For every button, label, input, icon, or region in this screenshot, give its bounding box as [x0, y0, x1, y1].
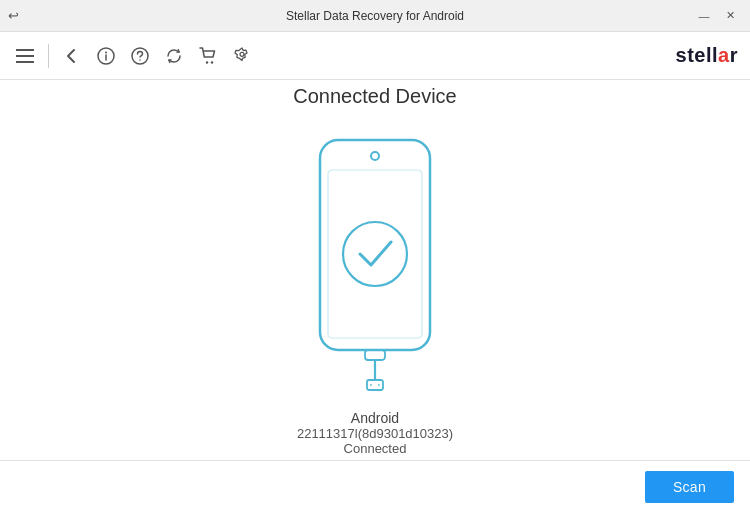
svg-point-9 — [211, 61, 213, 63]
main-content: Connected Device Android 22111317l( — [0, 80, 750, 460]
stellar-logo: stellar — [676, 44, 738, 67]
phone-illustration: Android 22111317l(8d9301d10323) Connecte… — [295, 132, 455, 456]
svg-rect-2 — [16, 61, 34, 63]
svg-point-12 — [371, 152, 379, 160]
device-name: Android — [297, 410, 453, 426]
cart-icon[interactable] — [195, 43, 221, 69]
svg-point-8 — [206, 61, 208, 63]
settings-icon[interactable] — [229, 43, 255, 69]
scan-button[interactable]: Scan — [645, 471, 734, 503]
svg-point-5 — [105, 51, 107, 53]
svg-point-10 — [240, 52, 244, 56]
minimize-button[interactable]: — — [692, 6, 716, 26]
window-controls: — ✕ — [692, 6, 742, 26]
menu-icon[interactable] — [12, 43, 38, 69]
svg-rect-1 — [16, 55, 34, 57]
svg-rect-11 — [320, 140, 430, 350]
svg-rect-0 — [16, 49, 34, 51]
svg-point-14 — [343, 222, 407, 286]
back-icon[interactable] — [59, 43, 85, 69]
footer: Scan — [0, 460, 750, 512]
device-info: Android 22111317l(8d9301d10323) Connecte… — [297, 410, 453, 456]
device-id: 22111317l(8d9301d10323) — [297, 426, 453, 441]
help-icon[interactable] — [127, 43, 153, 69]
toolbar-separator — [48, 44, 49, 68]
refresh-icon[interactable] — [161, 43, 187, 69]
toolbar: stellar — [0, 32, 750, 80]
title-back-icon: ↩ — [8, 8, 19, 23]
info-icon[interactable] — [93, 43, 119, 69]
close-button[interactable]: ✕ — [718, 6, 742, 26]
title-bar: ↩ Stellar Data Recovery for Android — ✕ — [0, 0, 750, 32]
window-title-text: Stellar Data Recovery for Android — [286, 9, 464, 23]
device-status: Connected — [297, 441, 453, 456]
window-title: Stellar Data Recovery for Android — [286, 9, 464, 23]
svg-rect-17 — [367, 380, 383, 390]
svg-rect-15 — [365, 350, 385, 360]
logo-area: stellar — [676, 44, 738, 67]
page-title: Connected Device — [293, 85, 456, 108]
svg-point-7 — [139, 59, 141, 61]
